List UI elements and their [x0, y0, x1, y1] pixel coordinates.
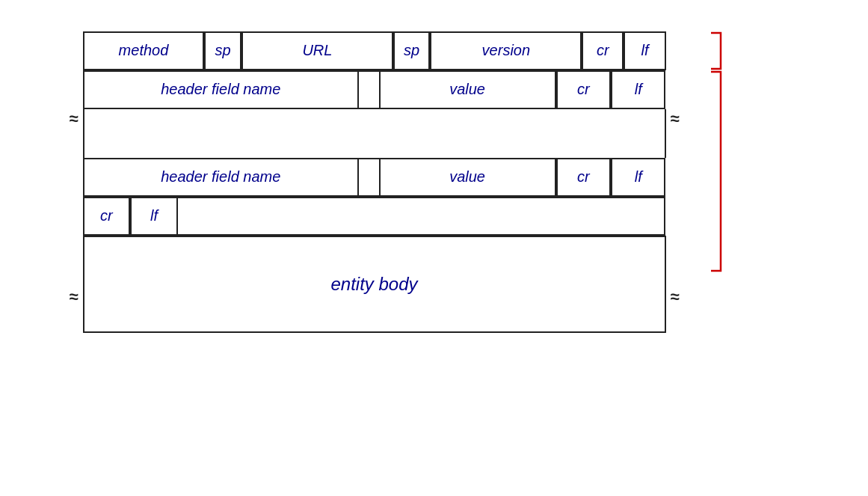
approx-left-1: ≈ — [70, 109, 79, 129]
ellipsis-middle — [83, 109, 666, 158]
cr-cell-req: cr — [582, 31, 624, 70]
version-label: version — [482, 42, 530, 59]
http-table: method sp URL sp version cr lf — [83, 31, 666, 333]
lf-cell-req: lf — [624, 31, 665, 70]
cr-empty: cr — [83, 197, 131, 236]
method-cell: method — [83, 31, 205, 70]
lf-empty: lf — [130, 197, 178, 236]
body-row-wrapper: ≈ ≈ entity body — [83, 236, 666, 333]
approx-right-body: ≈ — [670, 287, 679, 307]
colon-last — [359, 158, 379, 197]
sp2-cell: sp — [393, 31, 430, 70]
sp1-label: sp — [215, 42, 231, 59]
entity-body-cell: entity body — [83, 236, 666, 333]
entity-body-label: entity body — [330, 274, 417, 295]
ellipsis-row-wrapper: ≈ ≈ — [83, 109, 666, 158]
colon-1 — [359, 70, 379, 109]
sp1-cell: sp — [204, 31, 241, 70]
cr-last: cr — [556, 158, 611, 197]
url-label: URL — [302, 42, 332, 59]
value-1: value — [379, 70, 556, 109]
lf-req-label: lf — [641, 42, 648, 59]
bracket-svg-headers — [707, 70, 722, 272]
diagram: method sp URL sp version cr lf — [61, 16, 808, 480]
lf-last: lf — [611, 158, 665, 197]
method-label: method — [119, 42, 169, 59]
header-name-last: header field name — [83, 158, 360, 197]
header-name-1: header field name — [83, 70, 360, 109]
request-line-bracket — [707, 31, 722, 70]
lf-1: lf — [611, 70, 665, 109]
cr-req-label: cr — [597, 42, 609, 59]
url-cell: URL — [241, 31, 393, 70]
approx-right-1: ≈ — [670, 109, 679, 129]
header-row-1: header field name value cr lf — [83, 70, 666, 109]
header-row-last: header field name value cr lf — [83, 158, 666, 197]
version-cell: version — [430, 31, 582, 70]
empty-cell — [178, 197, 666, 236]
crlf-row: cr lf — [83, 197, 666, 236]
request-line-row: method sp URL sp version cr lf — [83, 31, 666, 70]
sp2-label: sp — [404, 42, 419, 59]
header-lines-bracket — [707, 70, 722, 275]
value-last: value — [379, 158, 556, 197]
approx-left-body: ≈ — [70, 287, 79, 307]
bracket-svg-request — [707, 31, 722, 70]
cr-1: cr — [556, 70, 611, 109]
